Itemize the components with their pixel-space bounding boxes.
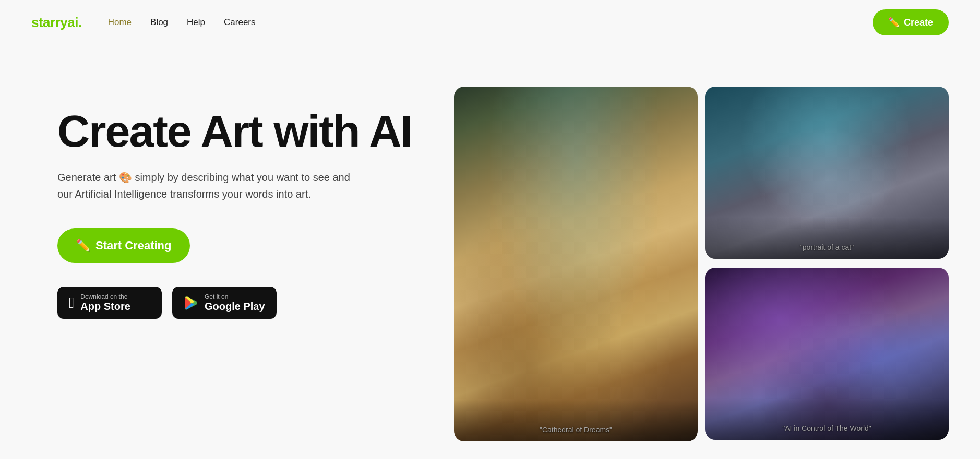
google-play-large: Google Play <box>205 300 265 312</box>
header: starryai. Home Blog Help Careers ✏️ Crea… <box>0 0 980 45</box>
nav-home[interactable]: Home <box>108 17 132 28</box>
cat-deco <box>705 87 949 259</box>
create-pencil-icon: ✏️ <box>888 17 900 28</box>
hero-title: Create Art with AI <box>57 107 423 154</box>
store-buttons:  Download on the App Store Get it on Go… <box>57 287 423 319</box>
hero-left: Create Art with AI Generate art 🎨 simply… <box>57 76 423 319</box>
start-pencil-icon: ✏️ <box>76 239 90 252</box>
nav: Home Blog Help Careers <box>108 17 256 28</box>
create-button[interactable]: ✏️ Create <box>873 9 949 35</box>
google-play-text: Get it on Google Play <box>205 293 265 312</box>
cathedral-label: "Cathedral of Dreams" <box>540 426 612 434</box>
nav-help[interactable]: Help <box>187 17 205 28</box>
ai-deco <box>705 268 949 440</box>
logo[interactable]: starryai. <box>31 15 82 31</box>
nav-careers[interactable]: Careers <box>224 17 255 28</box>
art-card-cat: "portrait of a cat" <box>705 87 949 259</box>
cat-label: "portrait of a cat" <box>800 243 854 251</box>
nav-blog[interactable]: Blog <box>150 17 168 28</box>
main-content: Create Art with AI Generate art 🎨 simply… <box>0 45 980 459</box>
google-play-small: Get it on <box>205 293 265 300</box>
ai-label: "AI in Control of The World" <box>782 424 871 432</box>
app-store-button[interactable]:  Download on the App Store <box>57 287 162 319</box>
app-store-small: Download on the <box>80 293 130 300</box>
hero-subtitle: Generate art 🎨 simply by describing what… <box>57 169 360 202</box>
google-play-button[interactable]: Get it on Google Play <box>172 287 277 319</box>
create-button-label: Create <box>904 17 933 28</box>
art-card-cathedral: "Cathedral of Dreams" <box>454 87 698 441</box>
start-creating-label: Start Creating <box>95 239 171 252</box>
google-play-icon <box>184 296 198 310</box>
app-store-text: Download on the App Store <box>80 293 130 312</box>
app-store-large: App Store <box>80 300 130 312</box>
cathedral-deco <box>454 87 698 441</box>
art-grid: "Cathedral of Dreams" "portrait of a cat… <box>454 76 949 441</box>
header-left: starryai. Home Blog Help Careers <box>31 15 256 31</box>
apple-icon:  <box>69 296 74 310</box>
start-creating-button[interactable]: ✏️ Start Creating <box>57 228 190 263</box>
art-card-ai: "AI in Control of The World" <box>705 268 949 440</box>
logo-text: starryai. <box>31 15 82 30</box>
